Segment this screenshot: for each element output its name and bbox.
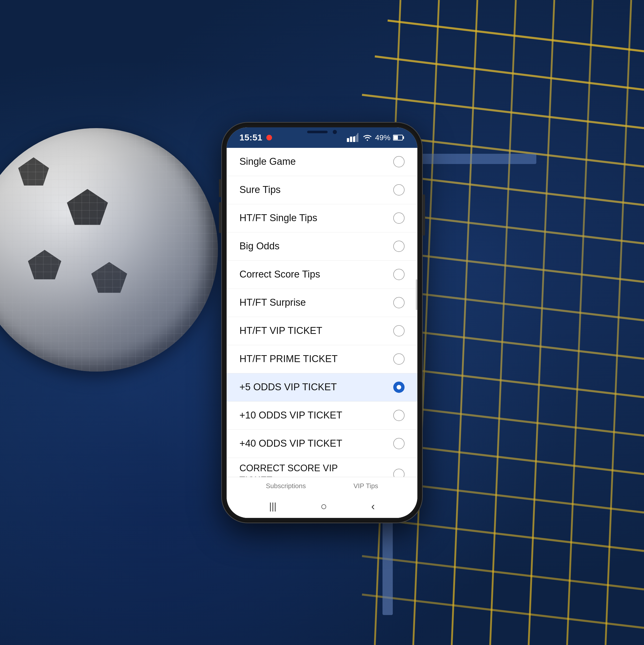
- battery-percentage: 49%: [375, 133, 390, 142]
- list-item-label: CORRECT SCORE VIPTICKET: [239, 462, 338, 477]
- list-item-label: +40 ODDS VIP TICKET: [239, 438, 342, 449]
- list-item[interactable]: CORRECT SCORE VIPTICKET: [226, 458, 418, 477]
- list-item[interactable]: HT/FT PRIME TICKET: [226, 345, 418, 373]
- status-time: 15:51: [239, 133, 262, 143]
- radio-button[interactable]: [393, 241, 405, 252]
- list-item-label: +5 ODDS VIP TICKET: [239, 381, 337, 393]
- list-item-label: HT/FT Single Tips: [239, 212, 317, 224]
- nav-vip-tips[interactable]: VIP Tips: [353, 482, 378, 490]
- list-item-label: HT/FT Surprise: [239, 297, 306, 308]
- scrollbar-track: [415, 148, 418, 477]
- list-item-label: Correct Score Tips: [239, 268, 320, 280]
- svg-rect-26: [350, 137, 352, 142]
- list-item-label: Big Odds: [239, 240, 280, 252]
- list-item[interactable]: Correct Score Tips: [226, 261, 418, 289]
- bottom-nav: Subscriptions VIP Tips: [226, 477, 418, 495]
- recent-apps-button[interactable]: |||: [269, 501, 276, 512]
- list-item-label: Sure Tips: [239, 184, 281, 196]
- radio-button[interactable]: [393, 156, 405, 167]
- list-item-selected[interactable]: +5 ODDS VIP TICKET: [226, 373, 418, 402]
- volume-down-button: [219, 202, 221, 233]
- list-item[interactable]: Sure Tips: [226, 176, 418, 204]
- list-item[interactable]: HT/FT VIP TICKET: [226, 317, 418, 345]
- status-bar: 15:51: [226, 127, 418, 148]
- radio-button[interactable]: [393, 269, 405, 280]
- speaker: [307, 131, 328, 133]
- radio-button[interactable]: [393, 325, 405, 337]
- list-item-label: Single Game: [239, 156, 296, 168]
- phone-content: Single Game Sure Tips HT/FT Single Tips: [226, 148, 418, 518]
- radio-button[interactable]: [393, 297, 405, 308]
- svg-rect-25: [347, 138, 349, 142]
- radio-button[interactable]: [393, 469, 405, 477]
- list-item-label: HT/FT PRIME TICKET: [239, 353, 338, 365]
- battery-icon: [393, 134, 405, 142]
- svg-rect-30: [403, 136, 404, 139]
- list-item[interactable]: Single Game: [226, 148, 418, 176]
- list-item[interactable]: Big Odds: [226, 232, 418, 261]
- list-item[interactable]: +10 ODDS VIP TICKET: [226, 402, 418, 430]
- radio-button[interactable]: [393, 212, 405, 224]
- svg-rect-31: [393, 136, 398, 140]
- volume-up-button: [219, 179, 221, 197]
- back-button[interactable]: ‹: [371, 500, 375, 512]
- list-item[interactable]: HT/FT Surprise: [226, 289, 418, 317]
- list-item[interactable]: HT/FT Single Tips: [226, 204, 418, 232]
- nav-subscriptions[interactable]: Subscriptions: [266, 482, 306, 490]
- status-dot: [266, 135, 272, 141]
- scrollbar-thumb[interactable]: [416, 279, 418, 310]
- list-item-label: HT/FT VIP TICKET: [239, 325, 322, 337]
- notch: [286, 127, 358, 137]
- power-button: [423, 195, 425, 235]
- front-camera: [333, 130, 337, 134]
- home-button[interactable]: ○: [320, 500, 327, 512]
- phone-frame: 15:51: [222, 123, 422, 522]
- wifi-icon: [362, 133, 372, 142]
- list-container: Single Game Sure Tips HT/FT Single Tips: [226, 148, 418, 477]
- android-nav-bar: ||| ○ ‹: [226, 495, 418, 518]
- radio-button[interactable]: [393, 438, 405, 449]
- list-item[interactable]: +40 ODDS VIP TICKET: [226, 430, 418, 458]
- radio-button[interactable]: [393, 353, 405, 365]
- radio-button[interactable]: [393, 184, 405, 196]
- radio-button[interactable]: [393, 410, 405, 421]
- radio-button-selected[interactable]: [393, 382, 405, 393]
- list-item-label: +10 ODDS VIP TICKET: [239, 410, 342, 421]
